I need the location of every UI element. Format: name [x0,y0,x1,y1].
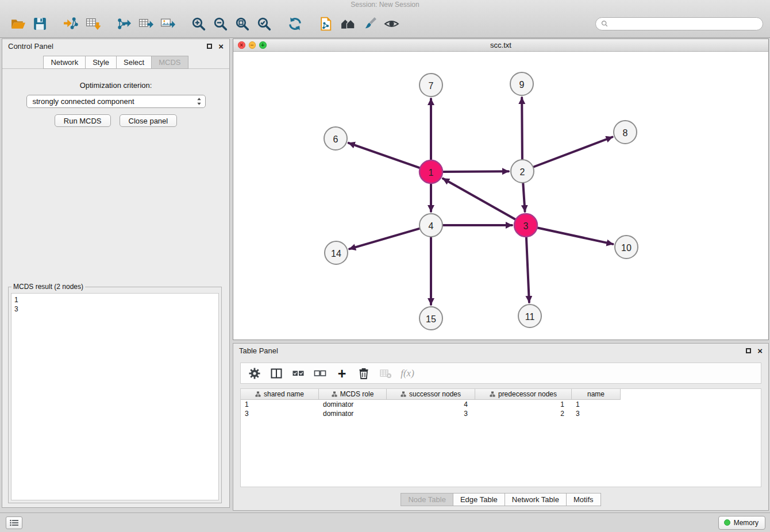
network-window-titlebar[interactable]: × − + scc.txt [233,39,768,52]
edge-2-8[interactable] [534,137,613,167]
list-icon [10,519,19,526]
window-titlebar[interactable]: Session: New Session [0,0,770,10]
close-window-button[interactable]: × [238,41,245,49]
column-header-successor-nodes[interactable]: successor nodes [387,389,475,399]
zoom-out-button[interactable] [209,12,231,35]
table-settings-button[interactable] [244,364,265,382]
graph-node-10[interactable]: 10 [615,236,638,259]
tab-network-table[interactable]: Network Table [505,493,567,506]
result-line: 3 [14,304,215,314]
sort-icon [401,391,406,397]
status-menu-button[interactable] [6,516,22,529]
export-table-button[interactable] [134,12,156,35]
save-session-button[interactable] [29,12,51,35]
select-all-columns-button[interactable] [288,364,309,382]
maximize-window-button[interactable]: + [259,41,267,49]
column-header-predecessor-nodes[interactable]: predecessor nodes [475,389,572,399]
edge-2-9[interactable] [522,98,522,159]
node-label: 8 [623,128,628,138]
style-brush-button[interactable] [359,12,380,35]
document-network-icon [318,16,334,32]
graph-node-11[interactable]: 11 [518,304,541,327]
graph-node-4[interactable]: 4 [419,214,442,237]
cell-successor-nodes: 4 [387,400,475,408]
edge-3-1[interactable] [443,179,515,219]
zoom-fit-icon [234,16,250,32]
new-network-from-selection-button[interactable] [315,12,337,35]
graph-node-14[interactable]: 14 [325,241,348,264]
export-table-icon [138,16,153,32]
close-panel-button[interactable]: Close panel [120,114,178,127]
combo-arrows-icon [197,97,202,106]
column-header-shared-name[interactable]: shared name [241,389,319,399]
edge-4-14[interactable] [349,229,419,249]
search-box[interactable] [595,17,763,30]
column-label: name [587,390,605,398]
sort-icon [255,391,261,397]
close-panel-icon[interactable]: × [218,42,224,51]
tab-select[interactable]: Select [116,56,152,69]
tab-network[interactable]: Network [43,56,86,69]
paintbrush-icon [362,16,378,32]
window-chrome: Session: New Session [0,0,770,38]
float-table-panel-icon[interactable] [746,348,751,353]
gear-icon [248,367,261,380]
optimization-criterion-select[interactable]: strongly connected component [26,95,206,108]
edge-1-6[interactable] [349,143,420,168]
cell-predecessor-nodes: 2 [475,410,572,418]
tab-mcds[interactable]: MCDS [151,56,188,69]
import-table-button[interactable] [82,12,103,35]
show-columns-button[interactable] [266,364,287,382]
graph-node-6[interactable]: 6 [324,127,347,150]
graph-node-2[interactable]: 2 [511,160,534,183]
graph-node-3[interactable]: 3 [514,214,537,237]
control-panel-tabs: Network Style Select MCDS [2,56,229,69]
table-header-row: shared name MCDS role successor nodes pr… [241,389,621,400]
column-header-name[interactable]: name [572,389,621,399]
zoom-in-button[interactable] [187,12,209,35]
zoom-selected-button[interactable] [253,12,275,35]
tab-node-table[interactable]: Node Table [401,493,453,506]
apply-layout-button[interactable] [284,12,306,35]
graph-node-7[interactable]: 7 [419,74,442,97]
export-image-button[interactable] [156,12,178,35]
add-column-button[interactable]: + [332,364,352,382]
unselect-all-columns-button[interactable] [310,364,330,382]
tab-motifs[interactable]: Motifs [566,493,601,506]
zoom-fit-button[interactable] [231,12,253,35]
column-label: predecessor nodes [498,390,557,398]
edge-3-10[interactable] [538,228,613,244]
tab-style[interactable]: Style [85,56,117,69]
edge-3-11[interactable] [526,237,529,302]
graph-node-9[interactable]: 9 [510,72,533,95]
table-panel: Table Panel × + [233,343,769,511]
delete-column-button[interactable] [353,364,374,382]
search-input[interactable] [611,20,757,28]
import-network-button[interactable] [60,12,82,35]
open-session-button[interactable] [7,12,29,35]
run-mcds-button[interactable]: Run MCDS [55,114,111,127]
window-title: Session: New Session [351,1,419,9]
window-traffic-lights: × − + [238,39,267,51]
float-panel-icon[interactable] [207,44,212,49]
first-neighbors-button[interactable] [337,12,359,35]
network-window: × − + scc.txt 7968124314101511 [233,38,769,340]
export-network-button[interactable] [113,12,134,35]
mcds-result-list[interactable]: 1 3 [11,293,219,500]
table-row[interactable]: 3 dominator 3 2 3 [241,409,761,418]
graph-node-15[interactable]: 15 [419,307,442,330]
network-canvas[interactable]: 7968124314101511 [233,52,768,340]
edge-1-2[interactable] [443,171,509,172]
show-hide-button[interactable] [380,12,402,35]
close-table-panel-icon[interactable]: × [757,346,763,355]
delete-table-button[interactable] [375,364,396,382]
graph-node-8[interactable]: 8 [614,121,637,144]
minimize-window-button[interactable]: − [249,41,256,49]
column-header-mcds-role[interactable]: MCDS role [319,389,387,399]
function-builder-button[interactable]: f(x) [397,364,418,382]
graph-node-1[interactable]: 1 [419,160,442,183]
table-row[interactable]: 1 dominator 4 1 1 [241,400,761,409]
memory-button[interactable]: Memory [718,516,765,530]
tab-edge-table[interactable]: Edge Table [453,493,505,506]
edge-2-3[interactable] [523,183,525,211]
